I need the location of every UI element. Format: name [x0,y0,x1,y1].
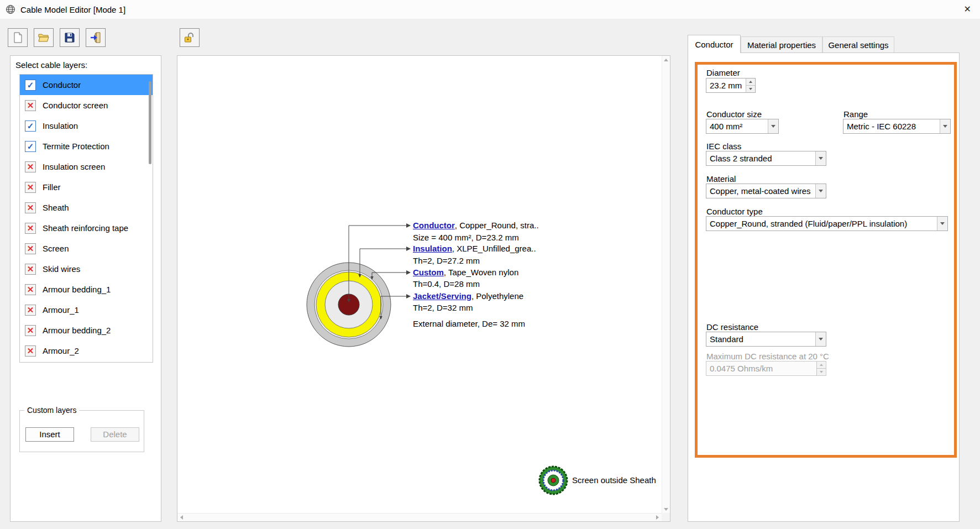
layer-row[interactable]: Insulation screen [20,156,153,177]
layer-checkbox[interactable] [25,141,36,152]
layer-checkbox[interactable] [25,284,36,295]
conductor-size-select[interactable]: 400 mm² [706,119,779,134]
spin-up-icon[interactable] [746,78,755,85]
unlock-icon [184,32,196,44]
layer-row[interactable]: Conductor screen [20,95,153,116]
layer-label: Insulation [43,121,78,130]
layer-checkbox[interactable] [25,305,36,316]
chevron-down-icon[interactable] [815,184,826,198]
layer-checkbox[interactable] [25,202,36,213]
scrollbar-corner [662,513,670,521]
list-scrollbar-thumb[interactable] [149,81,151,164]
layer-row[interactable]: Filler [20,177,153,197]
external-diameter-label: External diameter, De= 32 mm [413,318,525,329]
diameter-spinner[interactable] [746,78,755,92]
save-button[interactable] [60,28,80,47]
exit-icon [90,32,102,44]
layer-label: Termite Protection [43,142,109,151]
callout-jacket-link[interactable]: Jacket/Serving [413,291,471,301]
unlock-button[interactable] [180,28,200,47]
new-button[interactable] [8,28,28,47]
layer-row[interactable]: Screen [20,238,153,259]
callout-custom-link[interactable]: Custom [413,268,444,277]
tab-material-properties[interactable]: Material properties [741,36,822,53]
layer-label: Insulation screen [43,162,105,171]
diameter-value[interactable]: 23.2 mm [706,78,746,92]
layer-row[interactable]: Sheath reinforcing tape [20,218,153,238]
insert-button[interactable]: Insert [25,427,74,442]
callout-conductor-rest: , Copper_Round, stra.. [455,221,539,230]
new-document-icon [12,32,24,44]
diameter-input[interactable]: 23.2 mm [706,78,756,93]
chevron-down-icon[interactable] [768,119,778,133]
canvas-horizontal-scrollbar[interactable] [177,513,662,521]
custom-layers-title: Custom layers [24,406,79,415]
open-folder-icon [38,32,50,44]
scroll-left-icon[interactable] [180,515,183,520]
spin-down-icon[interactable] [746,85,755,92]
chevron-down-icon[interactable] [937,217,947,231]
callout-custom: Custom, Tape_Woven nylon [413,267,518,278]
callout-jacket-detail: Th=2, D=32 mm [413,302,473,313]
iec-class-label: IEC class [706,142,741,151]
material-select[interactable]: Copper, metal-coated wires [706,184,826,198]
layer-checkbox[interactable] [25,100,36,111]
iec-class-select[interactable]: Class 2 stranded [706,151,826,166]
callout-insulation-link[interactable]: Insulation [413,244,452,253]
chevron-down-icon[interactable] [815,151,826,165]
layer-checkbox[interactable] [25,121,36,132]
max-dc-resistance-value: 0.0475 Ohms/km [706,362,816,375]
layer-checkbox[interactable] [25,80,36,91]
exit-button[interactable] [86,28,106,47]
chevron-down-icon[interactable] [815,332,826,346]
layer-row[interactable]: Armour_1 [20,300,153,320]
tab-general-settings[interactable]: General settings [822,36,894,53]
dc-resistance-select[interactable]: Standard [706,332,826,347]
conductor-type-label: Conductor type [706,207,763,216]
layer-label: Armour bedding_1 [43,285,111,294]
layer-checkbox[interactable] [25,161,36,172]
callout-conductor-detail: Size = 400 mm², D=23.2 mm [413,232,519,243]
canvas-vertical-scrollbar[interactable] [662,56,670,514]
custom-tape-layer [315,270,383,339]
material-label: Material [706,174,736,184]
callout-insulation-detail: Th=2, D=27.2 mm [413,255,480,266]
layer-label: Conductor screen [43,101,108,110]
layer-label: Sheath [43,203,69,212]
termite-protection-layer [325,281,373,328]
scroll-down-icon[interactable] [664,508,668,511]
spin-up-icon [817,362,826,368]
layer-row[interactable]: Armour bedding_1 [20,279,153,300]
layer-row[interactable]: Skid wires [20,259,153,279]
custom-layers-group: Custom layers Insert Delete [19,410,144,452]
title-bar: Cable Model Editor [Mode 1] ✕ [0,0,980,19]
callout-insulation-rest: , XLPE_Unfilled_grea.. [452,244,536,253]
scroll-right-icon[interactable] [656,515,659,520]
layer-checkbox[interactable] [25,182,36,193]
layer-checkbox[interactable] [25,345,36,357]
open-button[interactable] [34,28,54,47]
layer-checkbox[interactable] [25,223,36,234]
layer-row[interactable]: Termite Protection [20,136,153,156]
layer-checkbox[interactable] [25,243,36,254]
range-select[interactable]: Metric - IEC 60228 [843,119,951,134]
spin-down-icon [817,368,826,375]
tab-conductor[interactable]: Conductor [688,35,741,53]
layer-row[interactable]: Insulation [20,116,153,136]
layer-row[interactable]: Armour bedding_2 [20,320,153,341]
layer-checkbox[interactable] [25,264,36,275]
layers-heading: Select cable layers: [15,60,87,70]
chevron-down-icon[interactable] [940,119,950,133]
layer-row[interactable]: Armour_2 [20,341,153,361]
layer-label: Armour bedding_2 [43,326,111,335]
layer-row[interactable]: Sheath [20,197,153,218]
close-button[interactable]: ✕ [964,4,971,14]
callout-conductor-link[interactable]: Conductor [413,221,455,230]
layer-row[interactable]: Conductor [20,75,153,95]
layer-checkbox[interactable] [25,325,36,336]
delete-button[interactable]: Delete [91,427,139,442]
save-icon [64,32,76,44]
screen-outside-sheath-label: Screen outside Sheath [572,475,656,485]
scroll-up-icon[interactable] [664,59,668,61]
conductor-type-select[interactable]: Copper_Round, stranded (Fluid/paper/PPL … [706,216,948,231]
